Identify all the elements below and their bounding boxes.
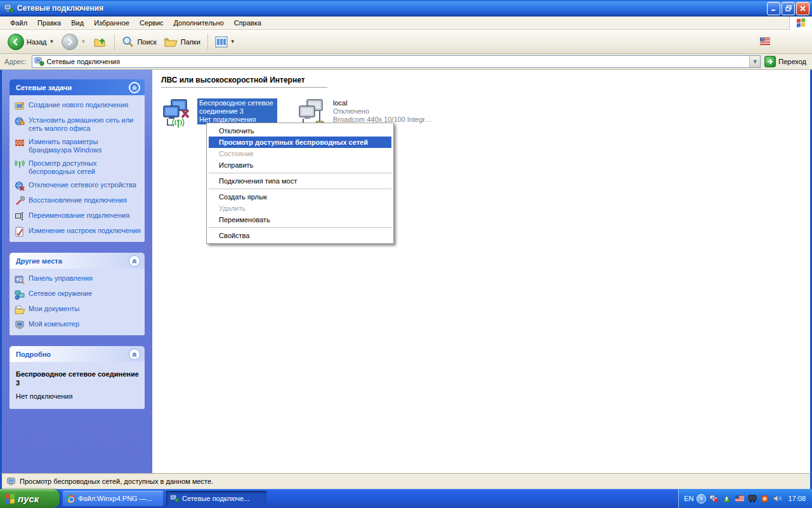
menu-item-view-wireless-networks[interactable]: Просмотр доступных беспроводных сетей xyxy=(209,137,391,148)
task-repair-connection[interactable]: Восстановление подключения xyxy=(15,196,142,206)
task-disable-device[interactable]: Отключение сетевого устройства xyxy=(15,181,142,191)
menu-favorites[interactable]: Избранное xyxy=(89,18,134,28)
forward-icon xyxy=(62,34,78,50)
windows-start-logo-icon xyxy=(5,493,15,504)
repair-icon xyxy=(15,196,25,206)
folders-icon xyxy=(164,36,178,48)
task-label: Изменение настроек подключения xyxy=(29,227,141,235)
other-places-header[interactable]: Другие места xyxy=(10,253,145,269)
status-text: Просмотр беспроводных сетей, доступных в… xyxy=(20,478,213,485)
task-setup-home-network[interactable]: Установить домашнюю сеть или сеть малого… xyxy=(15,116,142,133)
menu-edit[interactable]: Правка xyxy=(32,18,66,28)
menu-item-repair[interactable]: Исправить xyxy=(209,159,391,171)
home-network-icon xyxy=(15,116,25,126)
network-tasks-body: Создание нового подключения Установить д… xyxy=(10,95,145,242)
collapse-chevron-icon[interactable] xyxy=(129,349,140,360)
network-connections-icon xyxy=(170,494,179,503)
back-dropdown-icon[interactable]: ▼ xyxy=(49,39,55,44)
views-button[interactable]: ▼ xyxy=(213,34,238,50)
task-label: Просмотр доступных беспроводных сетей xyxy=(29,159,142,176)
task-firewall-settings[interactable]: Изменить параметры брандмауэра Windows xyxy=(15,138,142,154)
place-my-documents[interactable]: Мои документы xyxy=(15,305,142,315)
go-button[interactable]: Переход xyxy=(763,56,810,67)
wireless-view-icon xyxy=(15,159,25,170)
menu-file[interactable]: Файл xyxy=(5,18,32,28)
toolbar-separator xyxy=(207,34,208,50)
task-create-connection[interactable]: Создание нового подключения xyxy=(15,101,142,111)
toolbar-separator xyxy=(114,34,115,50)
tray-us-flag-icon[interactable] xyxy=(735,494,744,504)
details-header[interactable]: Подробно xyxy=(10,346,145,362)
context-menu: Отключить Просмотр доступных беспроводны… xyxy=(206,123,394,244)
search-label: Поиск xyxy=(137,38,156,46)
place-label: Сетевое окружение xyxy=(29,290,92,298)
connection-label-selected[interactable]: Беспроводное сетевое соединение 3 Нет по… xyxy=(197,98,277,124)
menu-item-properties[interactable]: Свойства xyxy=(209,230,391,241)
forward-button[interactable]: ▼ xyxy=(59,32,88,51)
menu-advanced[interactable]: Дополнительно xyxy=(169,18,229,28)
tray-update-shield-icon[interactable] xyxy=(722,494,731,504)
menu-separator xyxy=(209,189,391,189)
network-tasks-header[interactable]: Сетевые задачи xyxy=(10,79,145,95)
address-input[interactable]: Сетевые подключения ▼ xyxy=(32,55,761,68)
tray-clock[interactable]: 17:08 xyxy=(788,495,806,502)
connection-status: Отключено xyxy=(333,107,432,116)
toolbar: Назад ▼ ▼ Поиск Папки ▼ xyxy=(0,30,812,54)
folders-button[interactable]: Папки xyxy=(162,34,203,50)
close-button[interactable] xyxy=(796,2,809,15)
go-label: Переход xyxy=(778,58,806,65)
menu-item-bridge-connections[interactable]: Подключения типа мост xyxy=(209,175,391,187)
connection-name: Беспроводное сетевое соединение 3 xyxy=(199,99,275,116)
task-label: Переименование подключения xyxy=(29,211,129,220)
settings-icon xyxy=(15,227,25,237)
task-change-settings[interactable]: Изменение настроек подключения xyxy=(15,227,142,237)
restore-button[interactable] xyxy=(782,2,795,15)
views-dropdown-icon[interactable]: ▼ xyxy=(230,39,235,44)
title-bar: Сетевые подключения xyxy=(0,0,812,17)
back-button[interactable]: Назад ▼ xyxy=(5,32,56,51)
tray-app-icon[interactable] xyxy=(760,494,769,504)
hide-icons-chevron-icon[interactable]: ‹ xyxy=(697,494,706,504)
start-label: пуск xyxy=(18,493,39,504)
network-connections-window-icon xyxy=(4,3,14,13)
search-icon xyxy=(122,36,134,48)
minimize-button[interactable] xyxy=(767,2,780,15)
forward-dropdown-icon[interactable]: ▼ xyxy=(81,39,86,44)
menu-view[interactable]: Вид xyxy=(66,18,89,28)
place-control-panel[interactable]: Панель управления xyxy=(15,274,142,284)
place-network-neighborhood[interactable]: Сетевое окружение xyxy=(15,290,142,300)
up-button[interactable] xyxy=(91,34,110,50)
language-flag-icon[interactable] xyxy=(760,37,770,46)
wireless-connection-icon xyxy=(161,98,194,130)
menu-item-disconnect[interactable]: Отключить xyxy=(209,125,391,137)
task-rename-connection[interactable]: Переименование подключения xyxy=(15,211,142,222)
menu-item-create-shortcut[interactable]: Создать ярлык xyxy=(209,191,391,203)
task-label: Создание нового подключения xyxy=(29,101,128,109)
tray-display-icon[interactable] xyxy=(747,494,757,504)
my-computer-icon xyxy=(15,320,25,330)
menu-item-delete: Удалить xyxy=(209,203,391,214)
content-area: Сетевые задачи Создание нового подключен… xyxy=(0,70,812,473)
place-my-computer[interactable]: Мой компьютер xyxy=(15,320,142,330)
language-indicator[interactable]: EN xyxy=(684,495,693,502)
collapse-chevron-icon[interactable] xyxy=(129,82,140,93)
taskbar-task-browser[interactable]: Файл:Winxp4.PNG —... xyxy=(63,491,163,506)
menu-help[interactable]: Справка xyxy=(229,18,266,28)
window-title: Сетевые подключения xyxy=(17,4,766,13)
start-button[interactable]: пуск xyxy=(0,489,60,508)
section-divider xyxy=(161,87,327,88)
back-label: Назад xyxy=(27,38,47,46)
collapse-chevron-icon[interactable] xyxy=(129,255,140,267)
tray-volume-icon[interactable] xyxy=(773,494,782,504)
other-places-body: Панель управления Сетевое окружение Мои … xyxy=(10,269,145,335)
menu-item-rename[interactable]: Переименовать xyxy=(209,214,391,225)
address-dropdown-icon[interactable]: ▼ xyxy=(749,56,760,67)
network-places-icon xyxy=(15,290,25,300)
taskbar-task-network-connections[interactable]: Сетевые подключе... xyxy=(166,491,266,506)
tray-network-disconnected-icon[interactable] xyxy=(709,494,719,504)
menu-tools[interactable]: Сервис xyxy=(134,18,169,28)
folders-label: Папки xyxy=(181,38,200,46)
search-button[interactable]: Поиск xyxy=(119,34,159,50)
task-view-wireless-networks[interactable]: Просмотр доступных беспроводных сетей xyxy=(15,159,142,176)
details-connection-status: Нет подключения xyxy=(16,392,140,400)
